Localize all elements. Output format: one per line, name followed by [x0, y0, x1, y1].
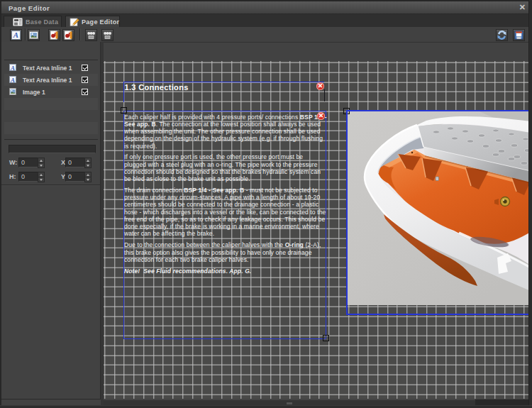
svg-text:A: A [9, 65, 14, 72]
svg-text:A: A [9, 77, 14, 84]
svg-text:A: A [13, 31, 18, 39]
